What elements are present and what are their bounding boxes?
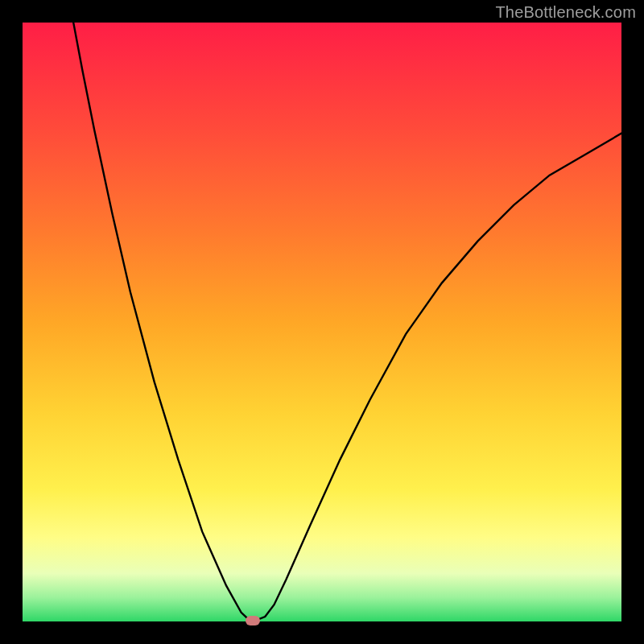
- chart-curve-svg: [23, 23, 621, 621]
- watermark-text: TheBottleneck.com: [495, 3, 636, 22]
- bottleneck-curve-path: [73, 23, 621, 621]
- chart-plot-area: [23, 23, 621, 621]
- curve-minimum-marker: [246, 616, 260, 625]
